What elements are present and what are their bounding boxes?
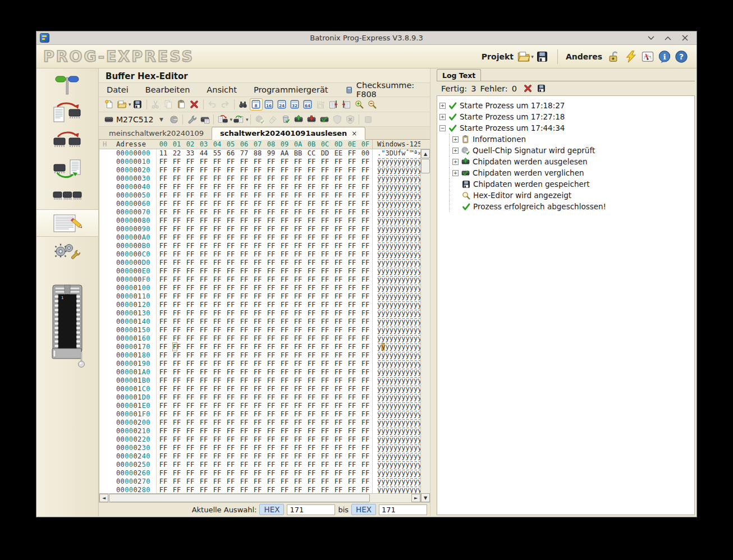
hex-byte-cell[interactable]: FF (197, 183, 210, 191)
hex-byte-cell[interactable]: FF (170, 360, 184, 368)
hex-byte-cell[interactable]: FF (210, 435, 224, 444)
hex-byte-cell[interactable]: FF (318, 360, 332, 368)
hex-byte-cell[interactable]: FF (278, 225, 291, 233)
hex-byte-cell[interactable]: FF (345, 486, 359, 493)
hex-byte-cell[interactable]: FF (359, 183, 372, 191)
hex-byte-cell[interactable]: FF (157, 368, 170, 377)
hex-byte-cell[interactable]: FF (197, 233, 210, 242)
hex-byte-cell[interactable]: FF (318, 225, 332, 233)
hex-byte-cell[interactable]: FF (237, 267, 251, 276)
hex-byte-cell[interactable]: FF (359, 191, 372, 200)
hex-byte-cell[interactable]: FF (224, 166, 237, 175)
hex-byte-cell[interactable]: FF (305, 301, 318, 309)
ascii-cell[interactable]: ÿÿÿÿÿÿÿÿÿÿÿÿÿÿÿÿ (372, 444, 420, 452)
hex-byte-cell[interactable]: FF (210, 334, 224, 343)
hex-byte-cell[interactable]: FF (278, 419, 291, 427)
hex-byte-cell[interactable]: FF (345, 368, 359, 377)
hex-byte-cell[interactable]: FF (251, 318, 264, 326)
hex-byte-cell[interactable]: FF (332, 326, 345, 334)
hex-byte-cell[interactable]: FF (170, 427, 184, 435)
scroll-up-button[interactable]: ▲ (421, 149, 430, 158)
hex-byte-cell[interactable]: FF (305, 166, 318, 175)
hex-byte-cell[interactable]: FF (157, 410, 170, 419)
hex-byte-cell[interactable]: FF (332, 377, 345, 385)
hex-byte-cell[interactable]: FF (224, 410, 237, 419)
hex-byte-cell[interactable]: FF (345, 435, 359, 444)
new-file-button[interactable] (102, 98, 115, 111)
hex-byte-cell[interactable]: FF (359, 225, 372, 233)
hex-byte-cell[interactable]: FF (291, 276, 305, 284)
hex-byte-cell[interactable]: FF (264, 225, 278, 233)
ascii-cell[interactable]: ÿÿÿÿÿÿÿÿÿÿÿÿÿÿÿÿ (372, 427, 420, 435)
ascii-cell[interactable]: ÿÿÿÿÿÿÿÿÿÿÿÿÿÿÿÿ (372, 217, 420, 225)
hex-byte-cell[interactable]: FF (184, 217, 197, 225)
hex-byte-cell[interactable]: FF (224, 435, 237, 444)
log-tree-item[interactable]: +Chipdaten werden ausgelesen (449, 156, 692, 167)
hex-byte-cell[interactable]: FF (278, 351, 291, 360)
hex-byte-cell[interactable]: FF (224, 301, 237, 309)
hex-byte-cell[interactable]: BB (291, 149, 305, 158)
hex-byte-cell[interactable]: FF (184, 334, 197, 343)
hex-byte-cell[interactable]: FF (332, 284, 345, 292)
hex-byte-cell[interactable]: FF (224, 486, 237, 493)
hex-byte-cell[interactable]: FF (345, 259, 359, 267)
hex-byte-cell[interactable]: FF (224, 284, 237, 292)
hex-byte-cell[interactable]: FF (157, 461, 170, 469)
menu-bearbeiten[interactable]: Bearbeiten (145, 85, 190, 94)
hex-byte-cell[interactable]: FF (197, 292, 210, 301)
hex-byte-cell[interactable]: FF (291, 452, 305, 461)
hex-byte-cell[interactable]: FF (197, 217, 210, 225)
hex-byte-cell[interactable]: FF (359, 393, 372, 402)
hex-byte-cell[interactable]: FF (184, 427, 197, 435)
hex-byte-cell[interactable]: FF (264, 267, 278, 276)
hex-byte-cell[interactable]: FF (210, 326, 224, 334)
menu-ansicht[interactable]: Ansicht (207, 85, 237, 94)
hex-byte-cell[interactable]: FF (170, 318, 184, 326)
hex-byte-cell[interactable]: FF (305, 200, 318, 208)
hex-byte-cell[interactable]: FF (359, 410, 372, 419)
scroll-left-button[interactable]: ◄ (99, 494, 108, 502)
hex-byte-cell[interactable]: FF (345, 309, 359, 318)
hex-byte-cell[interactable]: FF (278, 486, 291, 493)
hex-byte-cell[interactable]: FF (157, 166, 170, 175)
hex-byte-cell[interactable]: FF (224, 452, 237, 461)
hex-byte-cell[interactable]: FF (318, 486, 332, 493)
hex-byte-cell[interactable]: FF (291, 444, 305, 452)
hex-byte-cell[interactable]: FF (251, 158, 264, 166)
hex-byte-cell[interactable]: FF (305, 267, 318, 276)
hex-byte-cell[interactable]: FF (251, 191, 264, 200)
ascii-cell[interactable]: ÿÿÿÿÿÿÿÿÿÿÿÿÿÿÿÿ (372, 368, 420, 377)
hex-byte-cell[interactable]: FF (345, 444, 359, 452)
hex-byte-cell[interactable]: FF (359, 326, 372, 334)
hex-byte-cell[interactable]: FF (224, 478, 237, 486)
hex-byte-cell[interactable]: FF (345, 469, 359, 478)
hex-byte-cell[interactable]: FF (224, 225, 237, 233)
hex-byte-cell[interactable]: FF (359, 318, 372, 326)
hex-byte-cell[interactable]: FF (170, 166, 184, 175)
hex-byte-cell[interactable]: FF (237, 326, 251, 334)
binoculars-button[interactable] (237, 98, 250, 111)
hex-byte-cell[interactable]: FF (332, 292, 345, 301)
hex-byte-cell[interactable]: FF (157, 200, 170, 208)
hex-byte-cell[interactable]: FF (291, 250, 305, 259)
hex-byte-cell[interactable]: FF (237, 469, 251, 478)
hex-byte-cell[interactable]: FF (359, 351, 372, 360)
ascii-cell[interactable]: ÿÿÿÿÿÿÿÿÿÿÿÿÿÿÿÿ (372, 326, 420, 334)
hex-byte-cell[interactable]: FF (318, 284, 332, 292)
hex-byte-cell[interactable]: FF (157, 393, 170, 402)
hex-byte-cell[interactable]: FF (251, 368, 264, 377)
hex-byte-cell[interactable]: FF (170, 309, 184, 318)
hex-byte-cell[interactable]: FF (264, 166, 278, 175)
hex-byte-cell[interactable]: FF (237, 377, 251, 385)
ascii-cell[interactable]: ÿÿÿÿÿÿÿÿÿÿÿÿÿÿÿÿ (372, 259, 420, 267)
hex-byte-cell[interactable]: FF (359, 385, 372, 393)
hex-byte-cell[interactable]: FF (184, 200, 197, 208)
hex-byte-cell[interactable]: FF (305, 158, 318, 166)
ascii-cell[interactable]: ÿÿÿÿÿÿÿÿÿÿÿÿÿÿÿÿ (372, 242, 420, 250)
hex-byte-cell[interactable]: FF (318, 301, 332, 309)
hex-byte-cell[interactable]: FF (318, 478, 332, 486)
hex-byte-cell[interactable]: FF (184, 461, 197, 469)
hex-byte-cell[interactable]: 66 (224, 149, 237, 158)
hex-byte-cell[interactable]: FF (197, 427, 210, 435)
hex-byte-cell[interactable]: FF (318, 200, 332, 208)
